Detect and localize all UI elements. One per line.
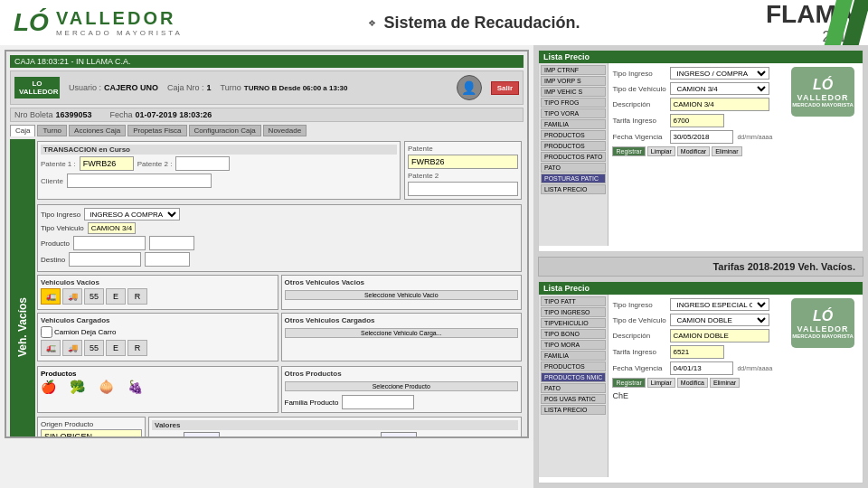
- l1-tipo-ingreso-select[interactable]: INGRESO / COMPRA: [670, 67, 769, 80]
- menu-item-1-12[interactable]: LISTA PRECIO: [541, 184, 606, 194]
- carg-icon-1[interactable]: 🚛: [41, 340, 61, 356]
- l2-tipo-vehiculo-select[interactable]: CAMION DOBLE: [670, 314, 769, 326]
- menu-item-1-11[interactable]: POSTURAS PATIC: [541, 174, 606, 183]
- carg-icon-2[interactable]: 🚚: [62, 340, 82, 356]
- logo-w2-sub: MERCADO MAYORISTA: [792, 333, 854, 339]
- logo-valledor: VALLEDOR MERCADO MAYORISTA: [56, 8, 183, 37]
- tipo-ingreso-label: Tipo Ingreso: [41, 211, 80, 219]
- vehicle-icon-1[interactable]: 🚛: [41, 288, 61, 305]
- che-text: ChE: [612, 391, 782, 400]
- producto1-input[interactable]: [73, 236, 146, 250]
- menu-item-1-6[interactable]: FAMILIA: [541, 119, 606, 129]
- menu-item-1-7[interactable]: PRODUCTOS: [541, 130, 606, 140]
- l2-desc-input[interactable]: [670, 329, 769, 343]
- boleta-label: Nro Boleta: [14, 110, 53, 119]
- lista-2-form-right: LÓ VALLEDOR MERCADO MAYORISTA: [787, 298, 859, 474]
- l2-fecha-input[interactable]: [670, 361, 733, 375]
- prod-icon-3[interactable]: 🧅: [99, 380, 114, 394]
- caja-label: Caja Nro :: [167, 83, 204, 92]
- menu-item-1-8[interactable]: PRODUCTOS: [541, 141, 606, 151]
- otros-prod-title: Otros Productos: [285, 370, 519, 378]
- menu-item-2-2[interactable]: TIPO INGRESO: [541, 307, 606, 317]
- carg-icon-4[interactable]: E: [106, 340, 126, 356]
- l1-fecha-input[interactable]: [670, 130, 733, 144]
- l1-eliminar-btn[interactable]: Eliminar: [712, 146, 741, 156]
- menu-item-1-2[interactable]: IMP VORP S: [541, 76, 606, 86]
- l2-limpiar-btn[interactable]: Limpiar: [647, 378, 675, 388]
- tab-config[interactable]: Configuracion Caja: [189, 125, 261, 136]
- familia-input[interactable]: [342, 395, 414, 409]
- select-producto-btn[interactable]: Seleccione Producto: [285, 381, 519, 391]
- menu-item-1-1[interactable]: IMP CTRNF: [541, 65, 606, 75]
- camion-deja-row: Camion Deja Carro: [41, 326, 275, 338]
- l2-tipo-ingreso-select[interactable]: INGRESO ESPECIAL OFITA: [670, 298, 769, 311]
- vehicle-icon-5[interactable]: R: [127, 288, 147, 305]
- vehicle-icon-2[interactable]: 🚚: [62, 288, 82, 305]
- menu-item-1-4[interactable]: TIPO FROG: [541, 98, 606, 108]
- vehicle-icon-3[interactable]: 55: [84, 288, 104, 305]
- client-input[interactable]: [67, 174, 212, 188]
- menu-item-1-10[interactable]: PATO: [541, 163, 606, 173]
- camion-deja-label: Camion Deja Carro: [54, 328, 116, 336]
- l2-tarifa-input[interactable]: [670, 345, 724, 359]
- l1-tipo-vehiculo-select[interactable]: CAMION 3/4: [670, 82, 769, 95]
- salir-button[interactable]: Salir: [491, 81, 519, 95]
- patente1-input[interactable]: [80, 156, 134, 171]
- select-vacio-btn[interactable]: Seleccione Vehiculo Vacio: [285, 290, 519, 300]
- menu-item-2-5[interactable]: TIPO MORA: [541, 340, 606, 350]
- tarifa2-input[interactable]: [381, 432, 417, 438]
- l1-registrar-btn[interactable]: Registrar: [612, 146, 645, 156]
- menu-item-1-9[interactable]: PRODUCTOS PATO: [541, 152, 606, 162]
- destino2-input[interactable]: [145, 252, 190, 267]
- menu-item-2-10[interactable]: POS UVAS PATIC: [541, 394, 606, 404]
- menu-item-2-7[interactable]: PRODUCTOS: [541, 361, 606, 371]
- patente-top-box: Patente Patente 2: [404, 141, 522, 200]
- menu-item-2-1[interactable]: TIPO FATT: [541, 296, 606, 306]
- tab-caja[interactable]: Caja: [10, 125, 35, 136]
- l2-modifica-btn[interactable]: Modifica: [677, 378, 708, 388]
- patente-top-input[interactable]: [408, 155, 518, 169]
- tab-novedade[interactable]: Novedade: [263, 125, 307, 136]
- patente2-input[interactable]: [175, 156, 230, 171]
- menu-item-2-8[interactable]: PRODUCTOS NMIC: [541, 372, 606, 382]
- l1-limpiar-btn[interactable]: Limpiar: [647, 146, 675, 156]
- l1-tarifa-input[interactable]: [670, 114, 724, 127]
- carg-icon-5[interactable]: R: [127, 340, 147, 356]
- boleta-field: Nro Boleta 16399053: [14, 110, 92, 119]
- producto-label: Producto: [41, 239, 70, 248]
- tab-turno[interactable]: Turno: [37, 125, 67, 136]
- carg-icon-3[interactable]: 55: [84, 340, 104, 356]
- menu-item-2-6[interactable]: FAMILIA: [541, 351, 606, 361]
- menu-item-1-3[interactable]: IMP VEHIC S: [541, 87, 606, 97]
- morosidad-input[interactable]: [184, 432, 220, 438]
- menu-item-2-9[interactable]: PATO: [541, 383, 606, 393]
- select-cargado-btn[interactable]: Seleccione Vehiculo Carga...: [285, 328, 519, 338]
- l1-modificar-btn[interactable]: Modificar: [677, 146, 710, 156]
- tipo-ingreso-box: Tipo Ingreso INGRESO A COMPRA Tipo Vehic…: [37, 204, 522, 272]
- l2-desc-row: Descripción: [612, 329, 782, 343]
- menu-item-2-11[interactable]: LISTA PRECIO: [541, 405, 606, 415]
- prod-icon-1[interactable]: 🍎: [41, 380, 56, 394]
- tipo-ingreso-select[interactable]: INGRESO A COMPRA: [84, 208, 180, 221]
- tab-acciones[interactable]: Acciones Caja: [69, 125, 126, 136]
- patente2-top-input[interactable]: [408, 182, 518, 196]
- destino1-input[interactable]: [69, 252, 141, 267]
- menu-item-2-3[interactable]: TIPVEHICULIO: [541, 318, 606, 328]
- vehicle-icon-4[interactable]: E: [106, 288, 126, 305]
- prod-icon-2[interactable]: 🥦: [70, 380, 85, 394]
- form-inner: Veh. Vacíos TRANSACCION en Curso Patente…: [10, 139, 524, 438]
- camion-deja-check[interactable]: [41, 326, 52, 338]
- menu-item-2-4[interactable]: TIPO BONO: [541, 329, 606, 339]
- client-row: Cliente: [41, 174, 397, 188]
- l2-eliminar-btn[interactable]: Eliminar: [710, 378, 740, 388]
- producto2-input[interactable]: [149, 236, 194, 250]
- boleta-row: Nro Boleta 16399053 Fecha 01-07-2019 18:…: [10, 108, 524, 122]
- tab-propetas[interactable]: Propetas Fisca: [127, 125, 186, 136]
- l1-desc-input[interactable]: [670, 98, 769, 111]
- menu-item-1-5[interactable]: TIPO VORA: [541, 108, 606, 118]
- familia-label: Familia Producto: [285, 399, 339, 407]
- prod-icon-4[interactable]: 🍇: [127, 380, 143, 394]
- logo-watermark-2: LÓ VALLEDOR MERCADO MAYORISTA: [791, 298, 854, 348]
- l2-registrar-btn[interactable]: Registrar: [612, 378, 645, 388]
- origen-input[interactable]: [41, 429, 142, 438]
